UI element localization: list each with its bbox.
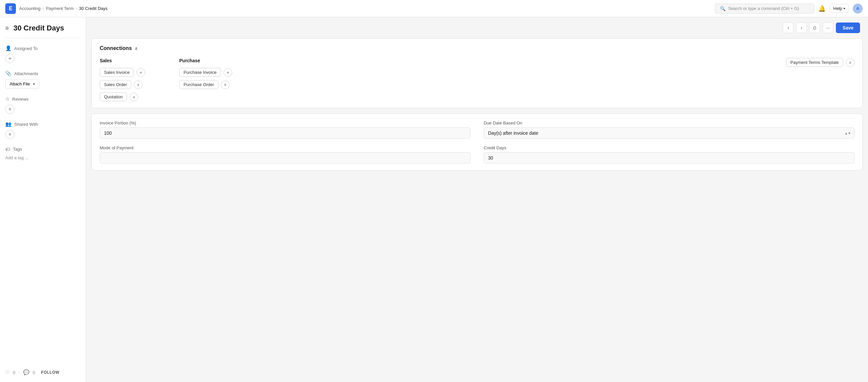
purchase-order-tag[interactable]: Purchase Order: [179, 80, 218, 89]
connections-title: Connections: [100, 45, 132, 51]
due-date-group: Due Date Based On Day(s) after invoice d…: [484, 120, 855, 139]
sidebar: ≡ 30 Credit Days 👤 Assigned To + 📎 Attac…: [0, 17, 86, 382]
comments-count: 0: [33, 370, 35, 375]
main-content: ‹ › ⎙ ··· Save Connections ∧ Sales: [86, 17, 868, 382]
add-purchase-order-button[interactable]: +: [221, 80, 229, 89]
attach-file-button[interactable]: Attach File +: [5, 79, 39, 89]
due-date-label: Due Date Based On: [484, 120, 855, 126]
add-purchase-invoice-button[interactable]: +: [224, 68, 232, 77]
likes-count: 0: [13, 370, 15, 375]
invoice-portion-group: Invoice Portion (%): [100, 120, 470, 139]
topnav: E Accounting › Payment Term › 30 Credit …: [0, 0, 868, 17]
page-title: 30 Credit Days: [13, 24, 64, 32]
reviews-label: Reviews: [12, 97, 29, 102]
reviews-section: ☆ Reviews +: [5, 96, 81, 114]
form-grid: Invoice Portion (%) Due Date Based On Da…: [100, 120, 855, 164]
mode-of-payment-label: Mode of Payment: [100, 145, 470, 150]
sales-column: Sales Sales Invoice + Sales Order + Quot…: [100, 58, 166, 101]
heart-icon[interactable]: ♡: [5, 370, 10, 375]
search-icon: 🔍: [720, 6, 725, 11]
conn-item: Sales Order +: [100, 80, 166, 89]
quotation-tag[interactable]: Quotation: [100, 92, 127, 101]
page-title-row: ≡ 30 Credit Days: [5, 24, 81, 38]
tags-section: 🏷 Tags Add a tag ...: [5, 146, 81, 161]
connections-card: Connections ∧ Sales Sales Invoice + Sale…: [91, 38, 863, 108]
conn-item: Purchase Order +: [179, 80, 246, 89]
connections-header: Connections ∧: [100, 45, 855, 51]
payment-terms-column: Payment Terms Template +: [786, 58, 855, 101]
print-button[interactable]: ⎙: [809, 23, 820, 33]
search-placeholder: Search or type a command (Ctrl + G): [728, 6, 799, 11]
add-payment-terms-template-button[interactable]: +: [846, 58, 855, 67]
print-icon: ⎙: [813, 25, 816, 30]
assigned-to-label: Assigned To: [14, 46, 38, 51]
sales-invoice-tag[interactable]: Sales Invoice: [100, 68, 134, 77]
conn-item: Quotation +: [100, 92, 166, 101]
add-assigned-to-button[interactable]: +: [5, 54, 14, 63]
credit-days-label: Credit Days: [484, 145, 855, 150]
notification-bell-icon[interactable]: 🔔: [818, 5, 826, 12]
add-quotation-button[interactable]: +: [129, 93, 138, 101]
star-icon: ☆: [5, 96, 10, 102]
due-date-select-wrapper: Day(s) after invoice date Day(s) after t…: [484, 128, 855, 139]
header-actions: ‹ › ⎙ ··· Save: [783, 23, 860, 33]
add-tag-input[interactable]: Add a tag ...: [5, 154, 81, 161]
avatar[interactable]: A: [853, 4, 863, 13]
person-icon: 👤: [5, 45, 11, 51]
tags-label: Tags: [13, 147, 22, 151]
conn-item: Sales Invoice +: [100, 68, 166, 77]
follow-button[interactable]: FOLLOW: [41, 370, 59, 375]
app-logo[interactable]: E: [5, 3, 16, 14]
purchase-title: Purchase: [179, 58, 246, 63]
purchase-column: Purchase Purchase Invoice + Purchase Ord…: [179, 58, 246, 101]
add-review-button[interactable]: +: [5, 105, 14, 114]
plus-icon: +: [32, 81, 35, 86]
shared-with-section: 👥 Shared With +: [5, 121, 81, 139]
add-shared-with-button[interactable]: +: [5, 130, 14, 139]
paperclip-icon: 📎: [5, 70, 11, 76]
save-button[interactable]: Save: [836, 23, 860, 33]
purchase-invoice-tag[interactable]: Purchase Invoice: [179, 68, 221, 77]
add-sales-invoice-button[interactable]: +: [136, 68, 145, 77]
credit-days-group: Credit Days: [484, 145, 855, 164]
help-label: Help: [833, 6, 842, 11]
payment-terms-template-tag[interactable]: Payment Terms Template: [786, 58, 843, 67]
invoice-portion-label: Invoice Portion (%): [100, 120, 470, 126]
add-sales-order-button[interactable]: +: [134, 80, 143, 89]
assigned-to-section: 👤 Assigned To +: [5, 45, 81, 63]
mode-of-payment-group: Mode of Payment: [100, 145, 470, 164]
next-button[interactable]: ›: [796, 23, 807, 33]
sales-title: Sales: [100, 58, 166, 63]
form-card: Invoice Portion (%) Due Date Based On Da…: [91, 113, 863, 171]
breadcrumb-payment-term[interactable]: Payment Term: [46, 6, 74, 11]
footer-stats: ♡ 0 · 💬 0 FOLLOW: [5, 364, 81, 375]
attachments-label: Attachments: [14, 71, 38, 76]
mode-of-payment-input[interactable]: [100, 152, 470, 164]
prev-button[interactable]: ‹: [783, 23, 794, 33]
main-layout: ≡ 30 Credit Days 👤 Assigned To + 📎 Attac…: [0, 17, 868, 382]
sales-order-tag[interactable]: Sales Order: [100, 80, 131, 89]
search-bar[interactable]: 🔍 Search or type a command (Ctrl + G): [715, 4, 814, 13]
breadcrumb-accounting[interactable]: Accounting: [19, 6, 40, 11]
attachments-section: 📎 Attachments Attach File +: [5, 70, 81, 89]
credit-days-input[interactable]: [484, 152, 855, 164]
page-header: ‹ › ⎙ ··· Save: [86, 17, 868, 38]
invoice-portion-input[interactable]: [100, 128, 470, 139]
breadcrumb-current: 30 Credit Days: [79, 6, 108, 11]
help-button[interactable]: Help ▾: [830, 4, 849, 13]
connections-collapse-icon[interactable]: ∧: [134, 46, 138, 51]
more-options-button[interactable]: ···: [823, 23, 833, 33]
comment-icon[interactable]: 💬: [23, 370, 30, 375]
chevron-down-icon: ▾: [843, 7, 845, 10]
due-date-select[interactable]: Day(s) after invoice date Day(s) after t…: [484, 128, 855, 139]
connections-grid: Sales Sales Invoice + Sales Order + Quot…: [100, 58, 855, 101]
tag-icon: 🏷: [5, 146, 10, 152]
more-icon: ···: [826, 25, 830, 30]
breadcrumb: Accounting › Payment Term › 30 Credit Da…: [19, 6, 108, 11]
shared-icon: 👥: [5, 121, 11, 127]
menu-icon[interactable]: ≡: [5, 25, 9, 32]
topnav-right: 🔍 Search or type a command (Ctrl + G) 🔔 …: [715, 4, 863, 13]
attach-file-label: Attach File: [10, 81, 30, 86]
conn-item: Purchase Invoice +: [179, 68, 246, 77]
shared-with-label: Shared With: [14, 122, 38, 127]
